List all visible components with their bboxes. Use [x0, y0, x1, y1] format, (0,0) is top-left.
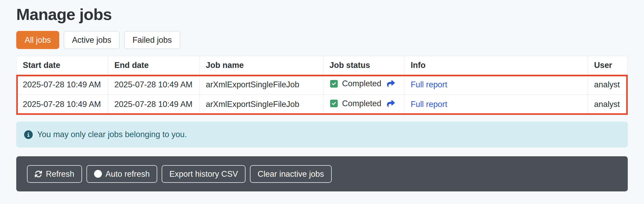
share-arrow-icon[interactable]	[385, 80, 396, 88]
refresh-icon	[35, 170, 42, 178]
share-arrow-icon[interactable]	[385, 100, 396, 108]
export-history-csv-button-label: Export history CSV	[169, 169, 238, 179]
job-status-cell: Completed	[323, 94, 404, 114]
clear-inactive-jobs-button[interactable]: Clear inactive jobs	[250, 165, 331, 183]
clear-inactive-jobs-button-label: Clear inactive jobs	[258, 169, 324, 179]
check-square-icon	[330, 99, 338, 108]
check-square-icon	[330, 79, 338, 88]
auto-refresh-button[interactable]: Auto refresh	[86, 165, 157, 183]
info-alert: You may only clear jobs belonging to you…	[16, 122, 628, 147]
column-header-end-date: End date	[108, 56, 199, 75]
job-filter-tabs: All jobs Active jobs Failed jobs	[16, 31, 628, 49]
manage-jobs-page: Manage jobs All jobs Active jobs Failed …	[0, 5, 644, 204]
filter-failed-jobs-button[interactable]: Failed jobs	[124, 31, 180, 49]
start-date-cell: 2025-07-28 10:49 AM	[17, 94, 108, 114]
filter-active-jobs-button[interactable]: Active jobs	[64, 31, 120, 49]
full-report-link[interactable]: Full report	[411, 100, 447, 109]
column-header-user: User	[588, 56, 627, 75]
job-row: 2025-07-28 10:49 AM 2025-07-28 10:49 AM …	[17, 75, 627, 94]
refresh-button-label: Refresh	[46, 169, 74, 179]
info-circle-icon	[24, 130, 33, 139]
full-report-link[interactable]: Full report	[411, 80, 447, 89]
auto-refresh-button-label: Auto refresh	[106, 169, 150, 179]
refresh-button[interactable]: Refresh	[27, 165, 82, 183]
alert-text: You may only clear jobs belonging to you…	[37, 130, 187, 139]
job-row: 2025-07-28 10:49 AM 2025-07-28 10:49 AM …	[17, 94, 627, 114]
filter-all-jobs-button[interactable]: All jobs	[16, 31, 59, 49]
column-header-start-date: Start date	[17, 56, 108, 75]
job-status-label: Completed	[342, 99, 381, 108]
job-name-cell: arXmlExportSingleFileJob	[199, 94, 323, 114]
column-header-job-name: Job name	[199, 56, 323, 75]
job-status-cell: Completed	[323, 75, 404, 94]
column-header-info: Info	[404, 56, 588, 75]
column-header-job-status: Job status	[323, 56, 404, 75]
actions-toolbar: Refresh Auto refresh Export history CSV …	[16, 156, 628, 191]
page-title: Manage jobs	[16, 5, 628, 24]
start-date-cell: 2025-07-28 10:49 AM	[17, 75, 108, 94]
user-cell: analyst	[588, 94, 627, 114]
jobs-table: Start date End date Job name Job status …	[16, 56, 628, 114]
job-name-cell: arXmlExportSingleFileJob	[199, 75, 323, 94]
record-circle-icon	[94, 170, 102, 178]
end-date-cell: 2025-07-28 10:49 AM	[108, 75, 199, 94]
table-header-row: Start date End date Job name Job status …	[17, 56, 627, 75]
info-cell: Full report	[404, 94, 588, 114]
user-cell: analyst	[588, 75, 627, 94]
end-date-cell: 2025-07-28 10:49 AM	[108, 94, 199, 114]
info-cell: Full report	[404, 75, 588, 94]
job-status-label: Completed	[342, 79, 381, 88]
export-history-csv-button[interactable]: Export history CSV	[162, 165, 245, 183]
